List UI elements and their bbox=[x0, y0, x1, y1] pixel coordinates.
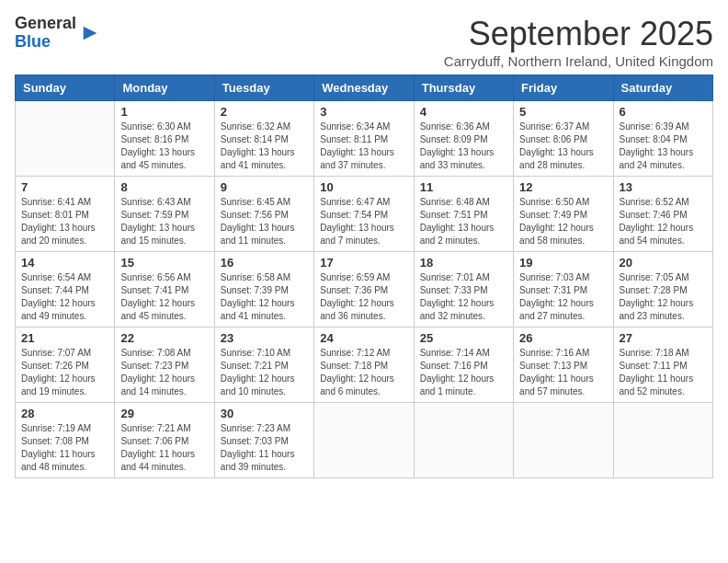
calendar-cell: 27Sunrise: 7:18 AM Sunset: 7:11 PM Dayli… bbox=[613, 327, 712, 403]
day-number: 23 bbox=[221, 331, 308, 345]
calendar-week-1: 1Sunrise: 6:30 AM Sunset: 8:16 PM Daylig… bbox=[16, 101, 713, 177]
day-number: 25 bbox=[420, 331, 507, 345]
day-number: 13 bbox=[620, 180, 707, 194]
weekday-header-wednesday: Wednesday bbox=[314, 75, 414, 101]
weekday-header-sunday: Sunday bbox=[16, 75, 115, 101]
day-info: Sunrise: 7:19 AM Sunset: 7:08 PM Dayligh… bbox=[21, 422, 108, 474]
day-info: Sunrise: 6:32 AM Sunset: 8:14 PM Dayligh… bbox=[221, 121, 308, 172]
day-info: Sunrise: 7:12 AM Sunset: 7:18 PM Dayligh… bbox=[320, 347, 407, 398]
day-number: 10 bbox=[320, 180, 407, 194]
day-info: Sunrise: 6:54 AM Sunset: 7:44 PM Dayligh… bbox=[21, 271, 108, 323]
weekday-header-saturday: Saturday bbox=[613, 75, 712, 101]
calendar-cell: 12Sunrise: 6:50 AM Sunset: 7:49 PM Dayli… bbox=[514, 177, 613, 252]
day-info: Sunrise: 6:58 AM Sunset: 7:39 PM Dayligh… bbox=[221, 271, 308, 323]
calendar-week-2: 7Sunrise: 6:41 AM Sunset: 8:01 PM Daylig… bbox=[16, 177, 713, 252]
day-info: Sunrise: 6:43 AM Sunset: 7:59 PM Dayligh… bbox=[120, 196, 208, 247]
calendar-week-4: 21Sunrise: 7:07 AM Sunset: 7:26 PM Dayli… bbox=[16, 327, 713, 403]
weekday-header-row: SundayMondayTuesdayWednesdayThursdayFrid… bbox=[16, 75, 713, 101]
title-section: September 2025 Carryduff, Northern Irela… bbox=[444, 15, 713, 69]
day-info: Sunrise: 6:34 AM Sunset: 8:11 PM Dayligh… bbox=[320, 121, 407, 172]
calendar-cell: 25Sunrise: 7:14 AM Sunset: 7:16 PM Dayli… bbox=[414, 327, 513, 403]
weekday-header-tuesday: Tuesday bbox=[214, 75, 313, 101]
day-info: Sunrise: 6:56 AM Sunset: 7:41 PM Dayligh… bbox=[120, 271, 208, 323]
calendar-cell bbox=[414, 403, 513, 478]
calendar-cell: 9Sunrise: 6:45 AM Sunset: 7:56 PM Daylig… bbox=[214, 177, 313, 252]
day-info: Sunrise: 7:01 AM Sunset: 7:33 PM Dayligh… bbox=[420, 271, 507, 323]
calendar-cell: 14Sunrise: 6:54 AM Sunset: 7:44 PM Dayli… bbox=[16, 252, 115, 327]
day-number: 1 bbox=[120, 105, 208, 119]
day-number: 26 bbox=[519, 331, 607, 345]
day-info: Sunrise: 6:52 AM Sunset: 7:46 PM Dayligh… bbox=[620, 196, 707, 247]
calendar-cell bbox=[314, 403, 414, 478]
calendar-cell: 17Sunrise: 6:59 AM Sunset: 7:36 PM Dayli… bbox=[314, 252, 414, 327]
calendar-cell: 18Sunrise: 7:01 AM Sunset: 7:33 PM Dayli… bbox=[414, 252, 513, 327]
day-number: 15 bbox=[120, 256, 208, 270]
day-info: Sunrise: 7:08 AM Sunset: 7:23 PM Dayligh… bbox=[120, 347, 208, 398]
calendar-cell: 28Sunrise: 7:19 AM Sunset: 7:08 PM Dayli… bbox=[16, 403, 115, 478]
calendar-table: SundayMondayTuesdayWednesdayThursdayFrid… bbox=[15, 75, 713, 478]
day-info: Sunrise: 6:36 AM Sunset: 8:09 PM Dayligh… bbox=[420, 121, 507, 172]
calendar-cell: 29Sunrise: 7:21 AM Sunset: 7:06 PM Dayli… bbox=[115, 403, 214, 478]
day-info: Sunrise: 7:21 AM Sunset: 7:06 PM Dayligh… bbox=[120, 422, 208, 474]
day-number: 12 bbox=[519, 180, 607, 194]
logo-general: General bbox=[15, 14, 76, 32]
calendar-cell: 11Sunrise: 6:48 AM Sunset: 7:51 PM Dayli… bbox=[414, 177, 513, 252]
calendar-cell: 2Sunrise: 6:32 AM Sunset: 8:14 PM Daylig… bbox=[214, 101, 313, 177]
day-number: 8 bbox=[120, 180, 208, 194]
calendar-cell: 3Sunrise: 6:34 AM Sunset: 8:11 PM Daylig… bbox=[314, 101, 414, 177]
calendar-cell: 24Sunrise: 7:12 AM Sunset: 7:18 PM Dayli… bbox=[314, 327, 414, 403]
day-number: 27 bbox=[620, 331, 707, 345]
day-info: Sunrise: 7:14 AM Sunset: 7:16 PM Dayligh… bbox=[420, 347, 507, 398]
day-info: Sunrise: 7:23 AM Sunset: 7:03 PM Dayligh… bbox=[221, 422, 308, 474]
day-info: Sunrise: 7:10 AM Sunset: 7:21 PM Dayligh… bbox=[221, 347, 308, 398]
day-number: 7 bbox=[21, 180, 108, 194]
calendar-cell: 7Sunrise: 6:41 AM Sunset: 8:01 PM Daylig… bbox=[16, 177, 115, 252]
calendar-cell: 16Sunrise: 6:58 AM Sunset: 7:39 PM Dayli… bbox=[214, 252, 313, 327]
day-info: Sunrise: 6:45 AM Sunset: 7:56 PM Dayligh… bbox=[221, 196, 308, 247]
day-info: Sunrise: 6:41 AM Sunset: 8:01 PM Dayligh… bbox=[21, 196, 108, 247]
day-info: Sunrise: 7:05 AM Sunset: 7:28 PM Dayligh… bbox=[620, 271, 707, 323]
day-info: Sunrise: 7:07 AM Sunset: 7:26 PM Dayligh… bbox=[21, 347, 108, 398]
calendar-cell: 26Sunrise: 7:16 AM Sunset: 7:13 PM Dayli… bbox=[514, 327, 613, 403]
month-title: September 2025 bbox=[444, 15, 713, 53]
calendar-cell: 22Sunrise: 7:08 AM Sunset: 7:23 PM Dayli… bbox=[115, 327, 214, 403]
page-header: General Blue September 2025 Carryduff, N… bbox=[15, 15, 713, 69]
day-number: 24 bbox=[320, 331, 407, 345]
day-info: Sunrise: 6:50 AM Sunset: 7:49 PM Dayligh… bbox=[519, 196, 607, 247]
day-info: Sunrise: 6:59 AM Sunset: 7:36 PM Dayligh… bbox=[320, 271, 407, 323]
calendar-cell: 5Sunrise: 6:37 AM Sunset: 8:06 PM Daylig… bbox=[514, 101, 613, 177]
day-info: Sunrise: 6:48 AM Sunset: 7:51 PM Dayligh… bbox=[420, 196, 507, 247]
weekday-header-thursday: Thursday bbox=[414, 75, 513, 101]
day-number: 17 bbox=[320, 256, 407, 270]
day-info: Sunrise: 6:47 AM Sunset: 7:54 PM Dayligh… bbox=[320, 196, 407, 247]
calendar-cell: 10Sunrise: 6:47 AM Sunset: 7:54 PM Dayli… bbox=[314, 177, 414, 252]
day-number: 16 bbox=[221, 256, 308, 270]
calendar-cell: 8Sunrise: 6:43 AM Sunset: 7:59 PM Daylig… bbox=[115, 177, 214, 252]
subtitle: Carryduff, Northern Ireland, United King… bbox=[444, 53, 713, 69]
day-number: 22 bbox=[120, 331, 208, 345]
day-info: Sunrise: 7:03 AM Sunset: 7:31 PM Dayligh… bbox=[519, 271, 607, 323]
day-info: Sunrise: 6:30 AM Sunset: 8:16 PM Dayligh… bbox=[120, 121, 208, 172]
calendar-week-5: 28Sunrise: 7:19 AM Sunset: 7:08 PM Dayli… bbox=[16, 403, 713, 478]
day-number: 9 bbox=[221, 180, 308, 194]
calendar-cell: 23Sunrise: 7:10 AM Sunset: 7:21 PM Dayli… bbox=[214, 327, 313, 403]
logo-icon bbox=[80, 23, 100, 43]
day-number: 11 bbox=[420, 180, 507, 194]
calendar-cell bbox=[514, 403, 613, 478]
day-number: 30 bbox=[221, 407, 308, 420]
svg-marker-0 bbox=[84, 26, 97, 40]
day-number: 19 bbox=[519, 256, 607, 270]
calendar-cell: 6Sunrise: 6:39 AM Sunset: 8:04 PM Daylig… bbox=[613, 101, 712, 177]
day-info: Sunrise: 6:39 AM Sunset: 8:04 PM Dayligh… bbox=[620, 121, 707, 172]
day-info: Sunrise: 7:18 AM Sunset: 7:11 PM Dayligh… bbox=[620, 347, 707, 398]
day-number: 29 bbox=[120, 407, 208, 420]
calendar-cell: 19Sunrise: 7:03 AM Sunset: 7:31 PM Dayli… bbox=[514, 252, 613, 327]
day-info: Sunrise: 6:37 AM Sunset: 8:06 PM Dayligh… bbox=[519, 121, 607, 172]
calendar-week-3: 14Sunrise: 6:54 AM Sunset: 7:44 PM Dayli… bbox=[16, 252, 713, 327]
weekday-header-friday: Friday bbox=[514, 75, 613, 101]
day-number: 20 bbox=[620, 256, 707, 270]
day-number: 4 bbox=[420, 105, 507, 119]
calendar-cell: 13Sunrise: 6:52 AM Sunset: 7:46 PM Dayli… bbox=[613, 177, 712, 252]
logo-blue: Blue bbox=[15, 32, 51, 51]
calendar-cell: 15Sunrise: 6:56 AM Sunset: 7:41 PM Dayli… bbox=[115, 252, 214, 327]
